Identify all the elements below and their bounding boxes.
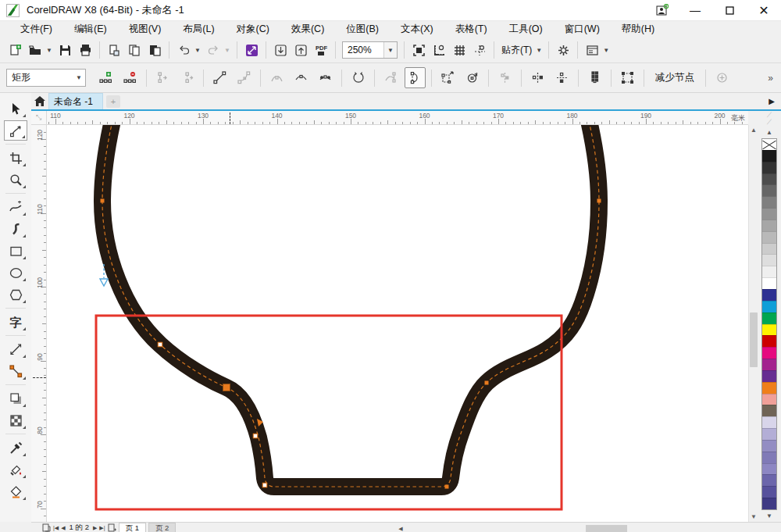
menu-item-7[interactable]: 文本(X) xyxy=(390,21,444,37)
add-page-icon[interactable] xyxy=(108,523,116,532)
text-tool[interactable]: 字 xyxy=(4,312,27,332)
reduce-nodes-button[interactable]: 减少节点 xyxy=(650,67,700,88)
color-swatch-18[interactable] xyxy=(762,347,776,359)
add-node-button[interactable] xyxy=(95,67,116,88)
color-swatch-19[interactable] xyxy=(762,359,776,370)
application-launcher-button[interactable] xyxy=(242,41,261,59)
polygon-tool[interactable] xyxy=(4,284,27,305)
zoom-dropdown-icon[interactable]: ▼ xyxy=(383,42,397,58)
dimension-tool[interactable] xyxy=(4,339,27,359)
path-node[interactable] xyxy=(101,199,105,203)
symmetrical-node-button[interactable] xyxy=(315,67,336,88)
join-nodes-button[interactable] xyxy=(152,67,173,88)
snap-to-button[interactable]: 贴齐(T) xyxy=(499,41,534,59)
reflect-vertical-button[interactable] xyxy=(551,67,572,88)
smart-fill-tool[interactable] xyxy=(4,481,27,502)
horizontal-ruler[interactable]: 110120130140150160170180190200毫米 xyxy=(47,111,748,125)
document-tab[interactable]: 未命名 -1 xyxy=(48,93,103,109)
window-options-dropdown[interactable]: ▼ xyxy=(602,41,610,59)
menu-item-6[interactable]: 位图(B) xyxy=(335,21,390,37)
maximize-button[interactable] xyxy=(712,0,747,20)
page-tab-2[interactable]: 页 2 xyxy=(148,523,176,532)
path-node[interactable] xyxy=(485,381,489,385)
select-all-nodes-button[interactable] xyxy=(617,67,638,88)
shape-type-dropdown-icon[interactable]: ▼ xyxy=(73,74,85,81)
color-swatch-17[interactable] xyxy=(762,335,776,347)
next-page-icon[interactable]: ▶ xyxy=(93,525,97,531)
palette-scroll-up-icon[interactable]: ▲ xyxy=(766,127,772,138)
publish-pdf-button[interactable]: PDF xyxy=(312,41,330,59)
vertical-ruler[interactable]: 120110100908070 xyxy=(31,125,47,522)
menu-item-0[interactable]: 文件(F) xyxy=(9,21,63,37)
shape-tool[interactable] xyxy=(4,120,27,141)
rotate-nodes-button[interactable] xyxy=(462,67,483,88)
horizontal-scrollbar[interactable]: ◀ xyxy=(397,524,770,532)
path-node[interactable] xyxy=(597,199,601,203)
path-node[interactable] xyxy=(223,384,230,391)
paste-button[interactable] xyxy=(145,41,164,59)
snap-dropdown[interactable]: ▼ xyxy=(535,41,543,59)
show-rulers-button[interactable] xyxy=(430,41,448,59)
color-swatch-7[interactable] xyxy=(762,220,776,231)
show-grid-button[interactable] xyxy=(450,41,469,59)
color-swatch-28[interactable] xyxy=(762,463,776,475)
stretch-nodes-button[interactable] xyxy=(437,67,458,88)
transparency-tool[interactable] xyxy=(4,410,27,430)
color-swatch-26[interactable] xyxy=(762,440,776,452)
page-flip-icon[interactable] xyxy=(42,523,51,532)
first-page-icon[interactable]: |◀ xyxy=(53,525,59,531)
fullscreen-preview-button[interactable] xyxy=(409,41,428,59)
zoom-level-combobox[interactable]: 250%▼ xyxy=(342,41,398,59)
color-swatch-22[interactable] xyxy=(762,394,776,405)
ellipse-tool[interactable] xyxy=(4,262,27,283)
smooth-node-button[interactable] xyxy=(291,67,312,88)
path-node[interactable] xyxy=(445,485,449,489)
home-icon[interactable] xyxy=(31,93,48,109)
color-swatch-30[interactable] xyxy=(762,486,776,498)
menu-item-5[interactable]: 效果(C) xyxy=(280,21,335,37)
extract-subpath-button[interactable] xyxy=(380,67,401,88)
print-button[interactable] xyxy=(76,41,95,59)
menu-item-2[interactable]: 视图(V) xyxy=(118,21,173,37)
curve-smoothness-button[interactable] xyxy=(711,67,733,88)
window-options-button[interactable] xyxy=(583,41,601,59)
menu-item-3[interactable]: 布局(L) xyxy=(172,21,225,37)
delete-node-button[interactable] xyxy=(119,67,141,88)
page-tab-1[interactable]: 页 1 xyxy=(119,523,146,532)
save-button[interactable] xyxy=(55,41,74,59)
import-button[interactable] xyxy=(271,41,290,59)
horizontal-scroll-thumb[interactable] xyxy=(586,525,627,532)
color-swatch-12[interactable] xyxy=(762,277,776,289)
color-swatch-4[interactable] xyxy=(762,184,776,196)
docker-expand-icon[interactable]: ▶ xyxy=(769,97,775,105)
color-swatch-3[interactable] xyxy=(762,173,776,185)
new-document-button[interactable] xyxy=(5,41,24,59)
menu-item-11[interactable]: 帮助(H) xyxy=(611,21,665,37)
break-nodes-button[interactable] xyxy=(177,67,198,88)
bulb-shape-outline[interactable] xyxy=(102,125,599,487)
crop-tool[interactable] xyxy=(4,148,27,168)
sign-in-icon[interactable] xyxy=(647,0,678,20)
color-swatch-23[interactable] xyxy=(762,405,776,416)
pick-tool[interactable] xyxy=(4,98,27,119)
color-swatch-20[interactable] xyxy=(762,370,776,382)
interactive-fill-tool[interactable] xyxy=(4,459,27,480)
color-swatch-2[interactable] xyxy=(762,162,776,173)
ruler-origin-icon[interactable]: ⤡ xyxy=(31,111,47,125)
undo-dropdown[interactable]: ▼ xyxy=(194,41,201,59)
convert-to-line-button[interactable] xyxy=(209,67,230,88)
vertical-scrollbar[interactable]: ▲ ▼ xyxy=(748,125,758,522)
color-swatch-15[interactable] xyxy=(762,312,776,324)
new-tab-button[interactable]: + xyxy=(106,95,120,108)
prev-page-icon[interactable]: ◀ xyxy=(61,525,65,531)
shape-type-combobox[interactable]: 矩形▼ xyxy=(6,69,86,87)
connector-tool[interactable] xyxy=(4,361,27,381)
close-curve-button[interactable] xyxy=(405,67,426,88)
undo-button[interactable] xyxy=(174,41,193,59)
copy-button[interactable] xyxy=(125,41,144,59)
color-swatch-11[interactable] xyxy=(762,266,776,277)
reflect-horizontal-button[interactable] xyxy=(527,67,548,88)
color-swatch-1[interactable] xyxy=(762,150,776,162)
color-swatch-9[interactable] xyxy=(762,243,776,255)
color-swatch-16[interactable] xyxy=(762,324,776,336)
